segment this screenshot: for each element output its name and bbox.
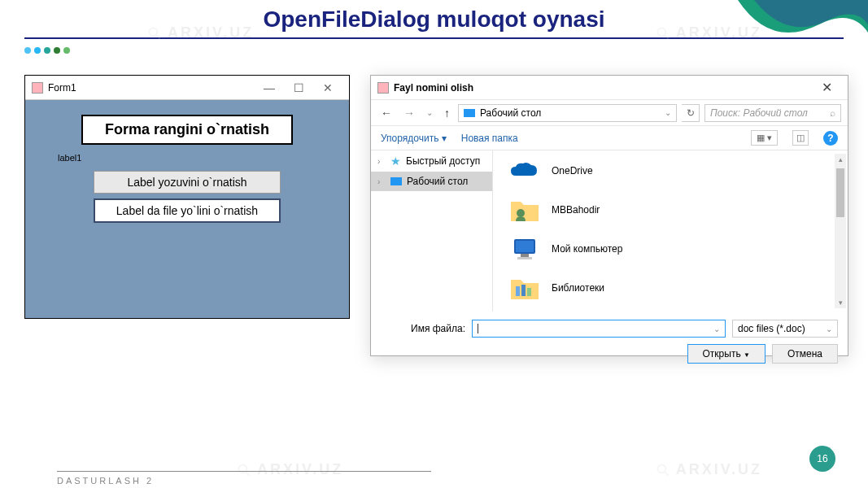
file-list[interactable]: OneDrive MBBahodir Мой компьютер Библиот… — [493, 150, 848, 312]
chevron-right-icon: › — [377, 157, 386, 166]
watermark: ARXIV.UZ — [655, 461, 762, 478]
computer-icon — [508, 235, 542, 263]
dialog-titlebar[interactable]: Fayl nomini olish ✕ — [371, 76, 848, 100]
scroll-up-icon[interactable]: ▴ — [835, 154, 846, 165]
filename-label: Имя файла: — [381, 323, 465, 334]
refresh-button[interactable]: ↻ — [682, 104, 700, 122]
file-item-libraries[interactable]: Библиотеки — [508, 274, 833, 302]
path-text: Рабочий стол — [480, 107, 541, 119]
svg-rect-23 — [527, 288, 531, 296]
file-item-onedrive[interactable]: OneDrive — [508, 157, 833, 185]
cancel-button[interactable]: Отмена — [772, 344, 838, 364]
footer-text: DASTURLASH 2 — [57, 476, 154, 486]
view-mode-button[interactable]: ▦ ▾ — [751, 130, 778, 146]
back-button[interactable]: ← — [377, 107, 395, 120]
dialog-footer: Имя файла: ⌄ doc files (*.doc)⌄ Открыть … — [371, 312, 848, 372]
scrollbar[interactable]: ▴ ▾ — [835, 154, 846, 308]
up-button[interactable]: ↑ — [441, 107, 453, 120]
file-label: Мой компьютер — [552, 243, 622, 255]
form1-titlebar[interactable]: Form1 — ☐ ✕ — [25, 76, 349, 100]
forward-button[interactable]: → — [400, 107, 418, 120]
sidebar-item-quick-access[interactable]: › ★ Быстрый доступ — [371, 150, 492, 172]
file-label: OneDrive — [552, 165, 593, 176]
sidebar-item-label: Быстрый доступ — [406, 155, 480, 167]
open-button[interactable]: Открыть ▼ — [687, 344, 765, 364]
svg-point-16 — [517, 209, 525, 217]
dialog-sidebar: › ★ Быстрый доступ › Рабочий стол — [371, 150, 493, 312]
desktop-icon — [390, 177, 402, 185]
chevron-down-icon: ⌄ — [826, 325, 832, 333]
svg-rect-18 — [516, 241, 534, 252]
new-folder-button[interactable]: Новая папка — [461, 133, 518, 144]
svg-rect-19 — [521, 254, 529, 257]
chevron-down-icon[interactable]: ⌄ — [665, 108, 671, 117]
file-item-computer[interactable]: Мой компьютер — [508, 235, 833, 263]
search-icon: ⌕ — [830, 107, 835, 119]
file-item-user[interactable]: MBBahodir — [508, 196, 833, 224]
file-label: MBBahodir — [552, 204, 600, 216]
form-icon — [377, 82, 389, 94]
desktop-icon — [464, 109, 475, 117]
watermark: ARXIV.UZ — [236, 461, 343, 478]
chevron-down-icon[interactable]: ⌄ — [423, 108, 436, 117]
search-input[interactable]: Поиск: Рабочий стол ⌕ — [704, 104, 841, 122]
svg-rect-20 — [517, 257, 532, 259]
minimize-button[interactable]: — — [255, 81, 284, 94]
scrollbar-thumb[interactable] — [836, 168, 844, 217]
decorative-curve — [705, 0, 868, 65]
pane-icon: ◫ — [796, 133, 805, 143]
dialog-toolbar: Упорядочить ▾ Новая папка ▦ ▾ ◫ ? — [371, 126, 848, 150]
close-button[interactable]: ✕ — [313, 81, 342, 94]
help-button[interactable]: ? — [823, 131, 838, 146]
slide-footer: DASTURLASH 2 16 — [57, 471, 835, 472]
maximize-button[interactable]: ☐ — [284, 81, 313, 94]
set-form-color-button[interactable]: Forma rangini o`rnatish — [81, 115, 293, 145]
page-number: 16 — [809, 446, 835, 472]
form-icon — [32, 82, 43, 94]
set-label-text-button[interactable]: Label yozuvini o`rnatish — [94, 171, 281, 194]
sidebar-item-label: Рабочий стол — [407, 176, 468, 187]
organize-menu[interactable]: Упорядочить ▾ — [381, 133, 447, 144]
form1-window: Form1 — ☐ ✕ Forma rangini o`rnatish labe… — [24, 75, 350, 319]
filename-input[interactable]: ⌄ — [472, 320, 726, 338]
dialog-title: Fayl nomini olish — [394, 82, 812, 94]
form1-title: Form1 — [48, 82, 255, 94]
open-file-dialog: Fayl nomini olish ✕ ← → ⌄ ↑ Рабочий стол… — [370, 75, 848, 356]
address-bar[interactable]: Рабочий стол ⌄ — [458, 104, 677, 122]
chevron-down-icon[interactable]: ⌄ — [713, 325, 720, 333]
dialog-navbar: ← → ⌄ ↑ Рабочий стол ⌄ ↻ Поиск: Рабочий … — [371, 100, 848, 126]
chevron-right-icon: › — [377, 177, 386, 186]
user-folder-icon — [508, 196, 542, 224]
search-placeholder: Поиск: Рабочий стол — [710, 107, 808, 119]
scroll-down-icon[interactable]: ▾ — [835, 297, 846, 308]
set-label-filepath-button[interactable]: Label da file yo`lini o`rnatish — [94, 198, 281, 223]
label1: label1 — [25, 153, 349, 163]
preview-pane-button[interactable]: ◫ — [792, 130, 809, 146]
sidebar-item-desktop[interactable]: › Рабочий стол — [371, 172, 492, 191]
star-icon: ★ — [390, 155, 401, 168]
file-label: Библиотеки — [552, 282, 604, 294]
svg-rect-21 — [516, 286, 520, 296]
close-button[interactable]: ✕ — [812, 80, 841, 95]
view-grid-icon: ▦ — [757, 133, 765, 143]
libraries-icon — [508, 274, 542, 302]
filetype-select[interactable]: doc files (*.doc)⌄ — [732, 320, 838, 338]
onedrive-icon — [508, 157, 542, 185]
svg-rect-22 — [521, 285, 526, 296]
